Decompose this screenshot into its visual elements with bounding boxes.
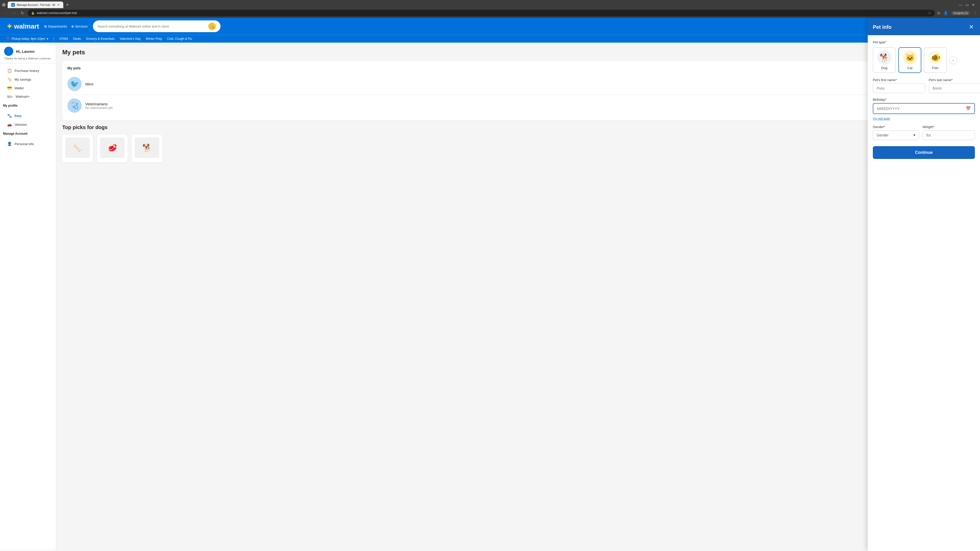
bookmark-icon[interactable]: ☆: [928, 11, 931, 15]
address-bar[interactable]: 🔒 walmart.com/account/pet-hub ☆: [27, 10, 935, 16]
gender-label: Gender*: [873, 125, 919, 129]
header-nav: ⊞ Departments ⊕ Services: [44, 24, 88, 28]
grocery-link[interactable]: Grocery & Essentials: [86, 37, 115, 41]
my-pets-card: My pets 🐦 Mimi 🩺 Veterinarians No veteri…: [62, 61, 974, 121]
manage-account-label: Manage Account: [0, 130, 56, 137]
gender-group: Gender* Gender Male Female ▼: [873, 125, 919, 140]
fish-label: Fish: [932, 66, 939, 70]
sidebar-item-label: Wallet: [14, 86, 24, 90]
birthday-input[interactable]: [877, 106, 964, 111]
weight-group: Weight*: [923, 125, 975, 140]
product-row: 🦴 🥩 🐕: [62, 135, 974, 162]
weight-input[interactable]: [923, 130, 975, 140]
sidebar-item-wallet[interactable]: 💳 Wallet: [4, 84, 52, 92]
vet-item[interactable]: 🩺 Veterinarians No veterinarians yet: [67, 96, 969, 115]
tab-close-btn[interactable]: ✕: [57, 3, 60, 6]
panel-body: Pet type* 🐕 Dog 🐱 Cat 🐠 Fish ›: [868, 43, 980, 164]
spark-icon: ✦: [6, 22, 13, 31]
sidebar-item-savings[interactable]: 🏷️ My savings: [4, 75, 52, 84]
back-btn[interactable]: ←: [3, 11, 9, 15]
walmart-plus-icon: W+: [7, 94, 13, 99]
departments-btn[interactable]: ⊞ Departments: [44, 24, 67, 28]
address-bar-row: ← → ↻ 🔒 walmart.com/account/pet-hub ☆ ⧉ …: [0, 8, 980, 18]
first-name-input[interactable]: [873, 83, 925, 93]
pet-type-fish[interactable]: 🐠 Fish: [924, 47, 947, 73]
sidebar-item-label: Walmart+: [16, 95, 30, 98]
not-sure-link[interactable]: I'm not sure: [873, 117, 890, 121]
search-input[interactable]: [97, 24, 206, 28]
content-area: My pets My pets 🐦 Mimi 🩺 Veterinarians N…: [56, 43, 980, 550]
profile-icon[interactable]: 👤: [943, 11, 948, 15]
services-btn[interactable]: ⊕ Services: [71, 24, 88, 28]
departments-icon: ⊞: [44, 24, 47, 28]
pet-type-row: 🐕 Dog 🐱 Cat 🐠 Fish ›: [873, 47, 975, 73]
sidebar-manage-section: 👤 Personal info: [0, 137, 56, 149]
new-tab-button[interactable]: +: [64, 2, 70, 8]
sidebar-account-section: 📋 Purchase history 🏷️ My savings 💳 Walle…: [0, 63, 56, 102]
user-name: Hi, Lauren: [16, 49, 35, 54]
tab-back-buttons: ▾: [2, 3, 6, 6]
pickup-selector[interactable]: 📍 Pickup today, 9pm-10pm ▾: [6, 37, 48, 41]
winter-prep-link[interactable]: Winter Prep: [146, 37, 162, 41]
search-button[interactable]: 🔍: [208, 22, 216, 30]
pet-type-cat[interactable]: 🐱 Cat: [898, 47, 921, 73]
pets-icon: 🐾: [7, 114, 12, 118]
personal-info-icon: 👤: [7, 141, 12, 146]
active-tab[interactable]: W Manage Account - Pet hub - W ✕: [8, 2, 63, 8]
sidebar-item-walmart-plus[interactable]: W+ Walmart+: [4, 92, 52, 101]
tab-switcher-icon[interactable]: ⧉: [937, 11, 940, 15]
sidebar-profile-section: 🐾 Pets 🚗 Vehicles: [0, 108, 56, 130]
tab-list-btn[interactable]: ▾: [2, 3, 6, 6]
last-name-input[interactable]: [929, 83, 980, 93]
scroll-right-arrow[interactable]: ›: [950, 56, 957, 64]
product-card[interactable]: 🥩: [97, 135, 127, 162]
top-picks-title: Top picks for dogs: [62, 124, 974, 130]
first-name-label: Pet's first name*: [873, 78, 925, 82]
pet-name-mimi: Mimi: [85, 82, 94, 86]
zip-display: 07094: [59, 37, 68, 41]
first-name-group: Pet's first name*: [873, 78, 925, 93]
my-profile-label: My profile: [0, 102, 56, 108]
vet-sub: No veterinarians yet: [85, 106, 113, 110]
deals-link[interactable]: Deals: [73, 37, 81, 41]
close-btn[interactable]: ✕: [972, 3, 975, 7]
sidebar-item-label: Pets: [14, 114, 21, 118]
tab-favicon: W: [11, 3, 15, 6]
product-img: 🦴: [65, 138, 90, 158]
cold-flu-link[interactable]: Cold, Cough & Flu: [167, 37, 192, 41]
valentines-link[interactable]: Valentine's Day: [120, 37, 141, 41]
pet-item-mimi[interactable]: 🐦 Mimi: [67, 74, 969, 94]
incognito-badge[interactable]: Incognito (3): [951, 11, 970, 15]
sidebar-item-personal-info[interactable]: 👤 Personal info: [4, 140, 52, 148]
sub-nav-divider: |: [53, 37, 54, 41]
cat-label: Cat: [907, 66, 912, 70]
sidebar-item-pets[interactable]: 🐾 Pets: [4, 111, 52, 120]
birthday-label: Birthday*: [873, 98, 975, 102]
divider: [67, 95, 969, 95]
user-subtitle: Thanks for being a Walmart customer: [4, 57, 52, 60]
maximize-btn[interactable]: ▭: [966, 3, 969, 7]
cat-icon: 🐱: [903, 50, 917, 65]
forward-btn[interactable]: →: [11, 11, 17, 15]
continue-button[interactable]: Continue: [873, 146, 975, 159]
last-name-label: Pet's last name*: [929, 78, 980, 82]
vet-avatar: 🩺: [67, 98, 82, 113]
product-card[interactable]: 🦴: [62, 135, 93, 162]
menu-icon[interactable]: ⋮: [974, 11, 977, 15]
product-img: 🐕: [135, 138, 159, 158]
tab-bar: ▾ W Manage Account - Pet hub - W ✕ + — ▭…: [0, 0, 980, 8]
search-bar[interactable]: 🔍: [93, 21, 221, 32]
vehicles-icon: 🚗: [7, 122, 12, 127]
fish-icon: 🐠: [928, 50, 942, 65]
product-card[interactable]: 🐕: [132, 135, 162, 162]
minimize-btn[interactable]: —: [959, 3, 963, 7]
sidebar-item-vehicles[interactable]: 🚗 Vehicles: [4, 120, 52, 129]
sidebar-item-purchase-history[interactable]: 📋 Purchase history: [4, 66, 52, 75]
walmart-logo[interactable]: ✦ walmart: [6, 22, 39, 31]
pet-type-dog[interactable]: 🐕 Dog: [873, 47, 896, 73]
pet-avatar-mimi: 🐦: [67, 77, 82, 91]
lock-icon: 🔒: [31, 11, 35, 15]
birthday-input-wrap[interactable]: 📅: [873, 103, 975, 114]
gender-select[interactable]: Gender Male Female: [873, 130, 919, 140]
reload-btn[interactable]: ↻: [19, 11, 25, 16]
